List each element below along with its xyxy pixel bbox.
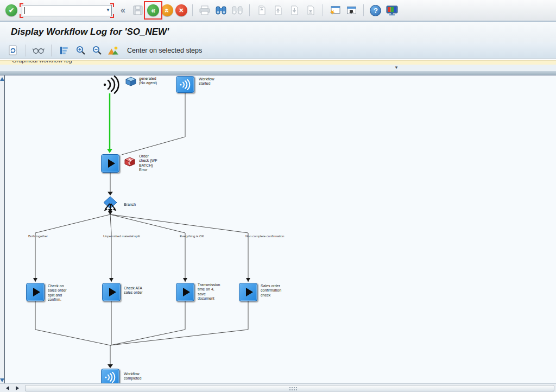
last-page-icon (306, 5, 315, 15)
zoom-in-button[interactable] (74, 44, 87, 57)
toolbar-separator (192, 4, 193, 16)
toolbar-separator (51, 45, 52, 56)
levels-icon (59, 46, 69, 55)
workflow-started-label: Workflow started (199, 77, 214, 86)
focus-corner (110, 3, 114, 7)
command-input[interactable] (22, 5, 112, 16)
branch-label: Branch (124, 203, 136, 207)
branch-condition-label: Non complete confirmation (245, 235, 284, 238)
error-broken-cube-icon (124, 157, 136, 169)
check-icon: ✔ (9, 7, 14, 14)
task-label: Sales order confirmation check (261, 284, 281, 298)
back-button-highlight-wrap: « (147, 4, 159, 16)
zoom-in-icon (75, 45, 86, 55)
task-label: Transmission time on 4, save document (198, 283, 220, 301)
command-dropdown-icon[interactable]: ▼ (106, 8, 110, 12)
create-shortcut-button[interactable] (344, 3, 358, 17)
page-down-icon (290, 5, 299, 15)
fit-overview-icon (108, 46, 119, 55)
task-play-icon (109, 288, 116, 296)
toolbar-separator (323, 4, 323, 16)
command-field-wrap: ▼ (22, 5, 112, 16)
task-play-icon (108, 159, 115, 168)
order-check-node[interactable] (101, 154, 119, 173)
printer-icon (199, 5, 210, 15)
first-page-button[interactable] (255, 3, 269, 17)
cancel-button[interactable]: ✕ (175, 4, 187, 16)
main-toolbar: ✔ ▼ « « « ✕ (0, 0, 556, 22)
focus-corner (20, 14, 23, 18)
task-play-icon (33, 288, 40, 296)
new-session-icon (330, 5, 340, 15)
collapse-chevron-icon[interactable]: « (121, 5, 125, 15)
shortcut-icon (346, 6, 357, 15)
help-question-icon: ? (370, 5, 381, 16)
scrollbar-grip-icon (289, 387, 290, 388)
find-button[interactable] (214, 3, 228, 17)
new-session-button[interactable] (328, 3, 342, 17)
text-caret (24, 7, 25, 14)
customize-layout-button[interactable] (385, 3, 399, 17)
zoom-out-button[interactable] (90, 44, 103, 57)
print-button[interactable] (198, 3, 212, 17)
display-button[interactable] (32, 44, 45, 57)
last-page-button[interactable] (304, 3, 318, 17)
layout-monitor-icon (386, 5, 398, 16)
enter-ok-button[interactable]: ✔ (5, 4, 17, 16)
connector-lines (0, 75, 556, 384)
task-node-check-ata[interactable] (102, 283, 121, 301)
start-event-label: generated (No agent) (139, 77, 157, 86)
scroll-left-button[interactable] (3, 385, 12, 391)
tray-expand-arrow-icon[interactable]: ▼ (394, 66, 399, 70)
object-cube-icon (125, 77, 137, 88)
task-label: Check ATA sales order (124, 286, 143, 295)
page-up-button[interactable] (271, 3, 285, 17)
scroll-right-button[interactable] (13, 385, 22, 391)
save-button[interactable] (131, 3, 145, 17)
focus-corner (20, 3, 23, 7)
center-on-selected-steps-label: Center on selected steps (127, 47, 202, 54)
exit-chevrons-icon: « (163, 9, 172, 12)
splitter-bar[interactable] (0, 71, 556, 75)
scroll-right-icon (16, 386, 19, 390)
display-glasses-icon (33, 47, 45, 54)
help-button[interactable]: ? (369, 3, 383, 17)
branch-condition-label: Everything is OK (180, 235, 204, 238)
toolbar-separator (26, 45, 26, 56)
task-play-icon (183, 288, 190, 296)
order-check-label: Order check (WF BATCH) Error (139, 154, 157, 172)
scroll-left-icon (6, 386, 9, 390)
cancel-x-icon: ✕ (179, 7, 184, 14)
focus-corner (110, 14, 114, 18)
horizontal-scrollbar (0, 383, 556, 392)
branch-condition-label: Unpermitted material split (103, 235, 140, 238)
refresh-button[interactable] (7, 44, 20, 57)
branch-condition-label: Both together (28, 235, 48, 238)
save-disk-icon (133, 5, 143, 15)
branch-fork-icon[interactable] (102, 196, 118, 216)
task-play-icon (246, 288, 253, 296)
workflow-started-node[interactable] (176, 76, 194, 93)
application-toolbar: Center on selected steps (0, 42, 556, 59)
first-page-icon (257, 5, 266, 15)
toolbar-separator (249, 4, 250, 16)
levels-button[interactable] (58, 44, 71, 57)
binoculars-icon (216, 5, 226, 15)
exit-button[interactable]: « (161, 4, 173, 16)
task-node-transmission[interactable] (176, 283, 194, 301)
fit-overview-button[interactable] (106, 44, 119, 57)
task-node-confirmation-check[interactable] (239, 283, 257, 301)
title-bar: Display Workflow Log for 'SO_NEW' (0, 22, 556, 42)
scrollbar-track[interactable] (25, 385, 554, 391)
toolbar-separator (363, 4, 364, 16)
refresh-icon (8, 45, 18, 56)
event-waves-icon (102, 75, 123, 96)
back-button[interactable]: « (147, 4, 159, 16)
task-node-check-split[interactable] (26, 283, 45, 301)
scrollbar-thumb[interactable] (25, 385, 554, 391)
back-chevrons-icon: « (151, 6, 155, 15)
page-down-button[interactable] (287, 3, 301, 17)
find-next-button[interactable] (230, 3, 244, 17)
event-node-waves-icon (179, 79, 191, 90)
workflow-diagram-canvas: generated (No agent) Workflow started Or… (0, 75, 556, 384)
